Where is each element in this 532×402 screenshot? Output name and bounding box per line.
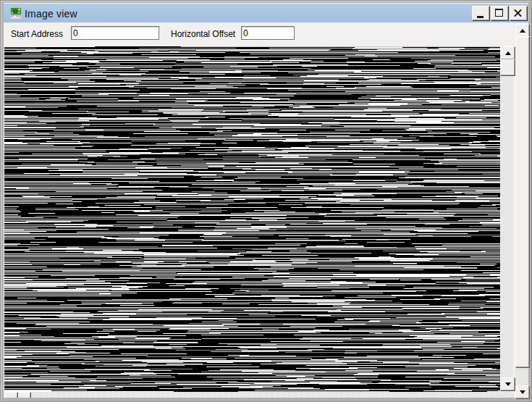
image-vscroll-track[interactable] <box>501 59 513 377</box>
titlebar[interactable]: LPC TEST Image view <box>4 3 528 23</box>
svg-text:LPC TEST: LPC TEST <box>10 15 21 18</box>
horizontal-offset-input[interactable] <box>241 26 295 40</box>
horizontal-offset-label: Horizontal Offset <box>171 29 235 39</box>
window-vscroll-thumb[interactable] <box>515 36 530 368</box>
scroll-up-icon <box>505 51 511 55</box>
window-vertical-scrollbar <box>515 24 528 398</box>
application-window: LPC TEST Image view Start Address Horizo… <box>0 0 532 402</box>
image-vscroll-down-button[interactable] <box>500 377 515 391</box>
app-icon: LPC TEST <box>10 7 22 19</box>
scroll-down-icon <box>505 382 511 386</box>
memory-bitmap-view <box>4 46 500 392</box>
image-hscroll-track[interactable] <box>4 392 500 398</box>
image-vscroll-up-button[interactable] <box>500 46 515 60</box>
minimize-button[interactable] <box>472 6 490 21</box>
window-vscroll-down-button[interactable] <box>515 385 530 399</box>
scrollbar-corner <box>500 392 514 398</box>
minimize-icon <box>477 16 484 18</box>
image-horizontal-scrollbar <box>4 392 500 398</box>
start-address-input[interactable] <box>71 26 159 40</box>
client-area: Start Address Horizontal Offset <box>4 22 528 398</box>
image-hscroll-thumb[interactable] <box>18 392 31 398</box>
scroll-down-icon <box>520 390 525 394</box>
image-hscroll-left-button[interactable] <box>5 392 18 398</box>
start-address-label: Start Address <box>11 29 63 39</box>
maximize-button[interactable] <box>491 6 509 21</box>
window-title: Image view <box>25 8 77 20</box>
scroll-up-icon <box>520 29 525 33</box>
close-button[interactable] <box>510 6 528 21</box>
image-vertical-scrollbar <box>500 46 514 390</box>
maximize-icon <box>495 9 503 17</box>
image-vscroll-thumb[interactable] <box>500 59 515 76</box>
